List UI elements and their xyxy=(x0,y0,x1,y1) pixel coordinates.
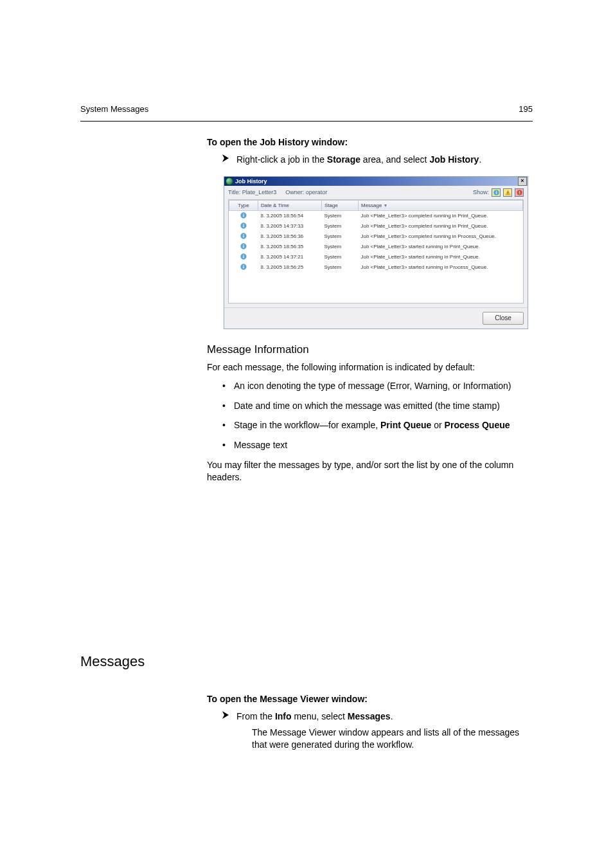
close-icon[interactable]: × xyxy=(518,177,527,186)
col-stage[interactable]: Stage xyxy=(322,200,359,210)
header-rule xyxy=(80,121,533,122)
filter-info-icon[interactable] xyxy=(492,188,501,197)
cell-datetime: 8. 3.2005 14:37:21 xyxy=(258,252,322,262)
cell-message: Job <Plate_Letter3> started running in P… xyxy=(359,262,523,273)
cell-type xyxy=(229,221,258,231)
info-icon xyxy=(240,233,247,239)
cell-stage: System xyxy=(322,262,359,273)
cell-datetime: 8. 3.2005 14:37:33 xyxy=(258,221,322,231)
cell-stage: System xyxy=(322,252,359,262)
header-title: System Messages xyxy=(80,104,148,114)
table-row[interactable]: 8. 3.2005 14:37:21SystemJob <Plate_Lette… xyxy=(229,252,523,262)
job-history-table-container: Type Date & Time Stage Message▼ 8. 3.200… xyxy=(228,199,524,303)
job-history-window: Job History × Title: Plate_Letter3 Owner… xyxy=(224,176,528,329)
intro-heading: To open the Job History window: xyxy=(207,136,533,149)
filter-warning-icon[interactable] xyxy=(503,188,512,197)
section-messages-title: Messages xyxy=(80,653,145,670)
info-icon xyxy=(240,212,247,219)
info-icon xyxy=(240,243,247,249)
list-item: An icon denoting the type of message (Er… xyxy=(222,380,533,392)
table-row[interactable]: 8. 3.2005 18:56:54SystemJob <Plate_Lette… xyxy=(229,210,523,221)
cell-type xyxy=(229,231,258,242)
app-icon xyxy=(226,177,233,185)
cell-datetime: 8. 3.2005 18:56:36 xyxy=(258,231,322,242)
window-title: Job History xyxy=(235,178,267,185)
table-row[interactable]: 8. 3.2005 18:56:36SystemJob <Plate_Lette… xyxy=(229,231,523,242)
cell-message: Job <Plate_Letter3> completed running in… xyxy=(359,210,523,221)
job-history-infobar: Title: Plate_Letter3 Owner: operator Sho… xyxy=(224,186,528,199)
cell-datetime: 8. 3.2005 18:56:35 xyxy=(258,242,322,252)
cell-message: Job <Plate_Letter3> started running in P… xyxy=(359,252,523,262)
info-icon xyxy=(240,253,247,260)
sort-indicator-icon: ▼ xyxy=(383,203,387,208)
table-row[interactable]: 8. 3.2005 18:56:35SystemJob <Plate_Lette… xyxy=(229,242,523,252)
step-open-job-history: Right-click a job in the Storage area, a… xyxy=(222,154,533,166)
cell-type xyxy=(229,242,258,252)
step-open-message-viewer: From the Info menu, select Messages. The… xyxy=(222,710,533,751)
list-item: Stage in the workflow—for example, Print… xyxy=(222,419,533,431)
info-icon xyxy=(240,222,247,229)
cell-message: Job <Plate_Letter3> started running in P… xyxy=(359,242,523,252)
list-item: Message text xyxy=(222,439,533,451)
open-message-viewer-heading: To open the Message Viewer window: xyxy=(207,693,533,705)
cell-type xyxy=(229,262,258,273)
cell-message: Job <Plate_Letter3> completed running in… xyxy=(359,231,523,242)
step-body: Right-click a job in the Storage area, a… xyxy=(236,154,533,166)
message-info-bullets: An icon denoting the type of message (Er… xyxy=(222,380,533,452)
show-label: Show: xyxy=(473,189,489,195)
page-number: 195 xyxy=(519,104,533,114)
cell-type xyxy=(229,210,258,221)
step-arrow-icon xyxy=(222,154,230,162)
table-row[interactable]: 8. 3.2005 18:56:25SystemJob <Plate_Lette… xyxy=(229,262,523,273)
col-datetime[interactable]: Date & Time xyxy=(258,200,322,210)
cell-message: Job <Plate_Letter3> completed running in… xyxy=(359,221,523,231)
step-body: From the Info menu, select Messages. The… xyxy=(236,710,533,751)
close-button[interactable]: Close xyxy=(483,312,524,325)
cell-stage: System xyxy=(322,242,359,252)
filter-error-icon[interactable] xyxy=(515,188,524,197)
message-info-intro: For each message, the following informat… xyxy=(207,361,533,374)
step-sub-body: The Message Viewer window appears and li… xyxy=(252,727,533,751)
col-type[interactable]: Type xyxy=(229,200,258,210)
list-item: Date and time on which the message was e… xyxy=(222,400,533,412)
cell-datetime: 8. 3.2005 18:56:54 xyxy=(258,210,322,221)
filter-sort-para: You may filter the messages by type, and… xyxy=(207,459,533,484)
job-history-table: Type Date & Time Stage Message▼ 8. 3.200… xyxy=(229,200,523,273)
page-header: System Messages 195 xyxy=(80,104,533,114)
cell-datetime: 8. 3.2005 18:56:25 xyxy=(258,262,322,273)
cell-stage: System xyxy=(322,221,359,231)
cell-stage: System xyxy=(322,210,359,221)
message-info-heading: Message Information xyxy=(207,343,533,356)
table-row[interactable]: 8. 3.2005 14:37:33SystemJob <Plate_Lette… xyxy=(229,221,523,231)
cell-stage: System xyxy=(322,231,359,242)
col-message[interactable]: Message▼ xyxy=(359,200,523,210)
info-icon xyxy=(240,264,247,270)
step-arrow-icon xyxy=(222,711,230,719)
cell-type xyxy=(229,252,258,262)
window-titlebar[interactable]: Job History × xyxy=(224,177,528,186)
job-history-footer: Close xyxy=(224,307,528,329)
